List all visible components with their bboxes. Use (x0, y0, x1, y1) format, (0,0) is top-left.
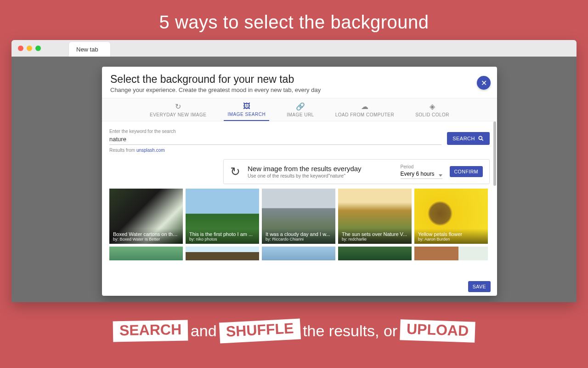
tab-icon: ↻ (150, 102, 206, 111)
dialog-subtitle: Change your experience. Create the great… (110, 86, 489, 93)
minimize-window-icon[interactable] (27, 46, 32, 51)
chevron-down-icon (439, 174, 442, 177)
tagline-highlight-shuffle: SHUFFLE (219, 318, 301, 343)
close-icon: ✕ (481, 79, 487, 87)
browser-window: New tab Select the background for your n… (11, 40, 577, 302)
thumb-author: by: redcharlie (342, 237, 408, 242)
source-tabs: ↻EVERYDAY NEW IMAGE🖼IMAGE SEARCH🔗IMAGE U… (102, 98, 497, 121)
save-button[interactable]: SAVE (468, 281, 491, 292)
thumb-author: by: Boxed Water Is Better (113, 237, 179, 242)
tab-label: IMAGE URL (287, 112, 314, 117)
tab-label: IMAGE SEARCH (227, 112, 266, 117)
browser-viewport: Select the background for your new tab C… (11, 57, 577, 302)
everyday-subtitle: Use one of the results by the keyword"na… (248, 173, 393, 178)
thumb-author: by: niko photos (189, 237, 255, 242)
thumb-caption: It was a cloudy day and I w... (266, 231, 332, 237)
tab-label: EVERYDAY NEW IMAGE (150, 112, 206, 117)
image-search-panel: Enter the keyword for the search SEARCH … (102, 121, 497, 296)
browser-tab-label: New tab (76, 46, 98, 53)
tab-label: LOAD FROM COMPUTER (335, 112, 394, 117)
dialog-header: Select the background for your new tab C… (102, 67, 497, 98)
thumb-caption: Boxed Water cartons on the... (113, 231, 179, 237)
thumb-image (262, 247, 335, 260)
result-thumb[interactable] (186, 247, 259, 260)
thumb-author: by: Riccardo Chiarini (266, 237, 332, 242)
panel-scrollbar[interactable] (493, 121, 496, 296)
thumb-caption: This is the first photo I am ... (189, 231, 255, 237)
close-dialog-button[interactable]: ✕ (477, 76, 491, 90)
period-label: Period (401, 164, 442, 169)
thumb-image (109, 247, 183, 260)
tab-icon: 🔗 (287, 102, 314, 111)
tab-icon: 🖼 (227, 102, 266, 110)
tab-everyday-new-image[interactable]: ↻EVERYDAY NEW IMAGE (146, 98, 210, 121)
unsplash-link[interactable]: unsplash.com (136, 148, 165, 153)
scrollbar-thumb[interactable] (493, 121, 496, 186)
tab-image-search[interactable]: 🖼IMAGE SEARCH (224, 98, 269, 121)
everyday-title: New image from the results everyday (248, 165, 393, 172)
result-thumb[interactable]: The sun sets over Nature V...by: redchar… (338, 189, 412, 244)
browser-tab[interactable]: New tab (69, 42, 110, 57)
search-input[interactable] (109, 135, 441, 145)
result-thumb[interactable]: This is the first photo I am ...by: niko… (186, 189, 259, 244)
thumb-image (338, 247, 412, 260)
thumb-caption: Yellow petals flower (418, 231, 484, 237)
result-thumb[interactable]: Boxed Water cartons on the...by: Boxed W… (109, 189, 183, 244)
result-thumb[interactable] (338, 247, 412, 260)
dialog-title: Select the background for your new tab (110, 73, 489, 86)
results-source: Results from unsplash.com (109, 148, 490, 153)
promo-tagline: SEARCH and SHUFFLE the results, or UPLOA… (0, 321, 588, 341)
traffic-lights (16, 46, 41, 51)
everyday-card: ↺ New image from the results everyday Us… (223, 159, 490, 184)
tab-solid-color[interactable]: ◈SOLID COLOR (412, 98, 453, 121)
search-button[interactable]: SEARCH (447, 132, 490, 145)
tab-load-from-computer[interactable]: ☁LOAD FROM COMPUTER (332, 98, 398, 121)
result-thumb[interactable] (262, 247, 335, 260)
svg-line-1 (482, 139, 483, 141)
thumb-author: by: Aaron Burden (418, 237, 484, 242)
result-thumb[interactable] (414, 247, 488, 260)
search-icon (478, 135, 484, 142)
thumb-image (414, 247, 488, 260)
tab-icon: ☁ (335, 102, 394, 111)
tagline-highlight-upload: UPLOAD (400, 319, 475, 343)
tab-label: SOLID COLOR (415, 112, 449, 117)
period-select[interactable]: Every 6 hours (401, 169, 442, 179)
result-thumb[interactable]: Yellow petals flowerby: Aaron Burden (414, 189, 488, 244)
tagline-highlight-search: SEARCH (113, 320, 188, 342)
tab-icon: ◈ (415, 102, 449, 111)
results-row-1: Boxed Water cartons on the...by: Boxed W… (109, 189, 490, 244)
results-row-2 (109, 247, 490, 260)
tagline-text: and (191, 322, 217, 340)
background-dialog: Select the background for your new tab C… (102, 67, 497, 296)
tab-image-url[interactable]: 🔗IMAGE URL (283, 98, 318, 121)
tagline-text: the results, or (303, 322, 397, 340)
promo-heading: 5 ways to select the background (0, 0, 588, 40)
thumb-image (186, 247, 259, 260)
maximize-window-icon[interactable] (35, 46, 41, 51)
confirm-button[interactable]: CONFIRM (450, 166, 483, 177)
result-thumb[interactable] (109, 247, 183, 260)
svg-point-0 (479, 136, 482, 139)
window-titlebar: New tab (11, 40, 577, 57)
search-field-label: Enter the keyword for the search (109, 129, 441, 134)
close-window-icon[interactable] (18, 46, 23, 51)
thumb-caption: The sun sets over Nature V... (342, 231, 408, 237)
result-thumb[interactable]: It was a cloudy day and I w...by: Riccar… (262, 189, 335, 244)
search-button-label: SEARCH (452, 136, 475, 141)
replay-icon: ↺ (230, 165, 240, 179)
